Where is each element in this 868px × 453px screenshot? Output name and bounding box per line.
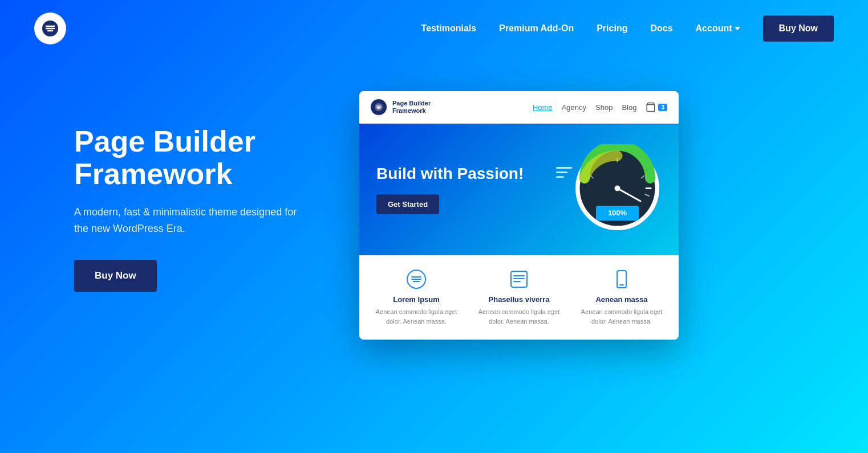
preview-logo-circle	[371, 99, 387, 115]
nav-account[interactable]: Account	[696, 23, 740, 34]
nav-pricing[interactable]: Pricing	[597, 23, 627, 34]
preview-logo-text: Page Builder Framework	[392, 100, 431, 115]
speed-line-2	[556, 172, 567, 173]
hero-subtitle: A modern, fast & minimalistic theme desi…	[74, 204, 314, 237]
speed-line-1	[556, 167, 572, 169]
feature-item-1: Lorem Ipsum Aenean commodo ligula eget d…	[371, 269, 462, 326]
hero-title: Page Builder Framework	[74, 125, 314, 190]
speedometer: 100%	[573, 144, 662, 235]
preview-logo-icon	[374, 103, 383, 112]
preview-cart[interactable]: 3	[646, 102, 667, 112]
preview-window: Page Builder Framework Home Agency Shop …	[359, 91, 679, 340]
feature-title-2: Phasellus viverra	[473, 295, 565, 304]
preview-hero-title: Build with Passion!	[376, 165, 524, 183]
nav-docs[interactable]: Docs	[650, 23, 672, 34]
feature-desc-3: Aenean commodo ligula eget dolor. Aenean…	[576, 307, 667, 326]
preview-cta-button[interactable]: Get Started	[376, 194, 439, 214]
main-header: Testimonials Premium Add-On Pricing Docs…	[0, 0, 868, 57]
preview-features: Lorem Ipsum Aenean commodo ligula eget d…	[359, 255, 679, 340]
hero-text: Page Builder Framework A modern, fast & …	[74, 91, 314, 292]
speedometer-svg: 100%	[573, 144, 662, 232]
feature-desc-2: Aenean commodo ligula eget dolor. Aenean…	[473, 307, 565, 326]
logo-icon	[406, 269, 427, 289]
header-buy-now-button[interactable]: Buy Now	[763, 15, 834, 42]
svg-text:100%: 100%	[608, 209, 627, 217]
feature-title-1: Lorem Ipsum	[371, 295, 462, 304]
logo[interactable]	[34, 13, 66, 44]
preview-nav: Home Agency Shop Blog 3	[533, 102, 667, 112]
nav-account-label: Account	[696, 23, 732, 34]
logo-icon	[41, 19, 59, 38]
preview-header: Page Builder Framework Home Agency Shop …	[359, 91, 679, 124]
preview-hero: Build with Passion! Get Started	[359, 124, 679, 255]
cart-badge: 3	[658, 104, 667, 111]
chevron-down-icon	[735, 27, 740, 30]
hero-buy-now-button[interactable]: Buy Now	[74, 260, 157, 292]
cart-icon	[646, 102, 656, 112]
preview-nav-home[interactable]: Home	[533, 103, 553, 112]
preview-nav-blog[interactable]: Blog	[622, 103, 636, 112]
hero-section: Page Builder Framework A modern, fast & …	[0, 57, 868, 340]
speed-lines	[556, 167, 572, 178]
preview-hero-text: Build with Passion! Get Started	[376, 165, 524, 214]
list-icon	[509, 269, 529, 289]
preview-nav-agency[interactable]: Agency	[562, 103, 586, 112]
feature-title-3: Aenean massa	[576, 295, 667, 304]
main-nav: Testimonials Premium Add-On Pricing Docs…	[421, 15, 834, 42]
preview-logo: Page Builder Framework	[371, 99, 431, 115]
mobile-icon	[611, 269, 632, 289]
speed-line-3	[556, 176, 564, 178]
nav-testimonials[interactable]: Testimonials	[421, 23, 477, 34]
feature-item-2: Phasellus viverra Aenean commodo ligula …	[473, 269, 565, 326]
feature-item-3: Aenean massa Aenean commodo ligula eget …	[576, 269, 667, 326]
preview-nav-shop[interactable]: Shop	[595, 103, 613, 112]
feature-desc-1: Aenean commodo ligula eget dolor. Aenean…	[371, 307, 462, 326]
svg-point-15	[615, 186, 620, 191]
nav-premium-addon[interactable]: Premium Add-On	[499, 23, 574, 34]
